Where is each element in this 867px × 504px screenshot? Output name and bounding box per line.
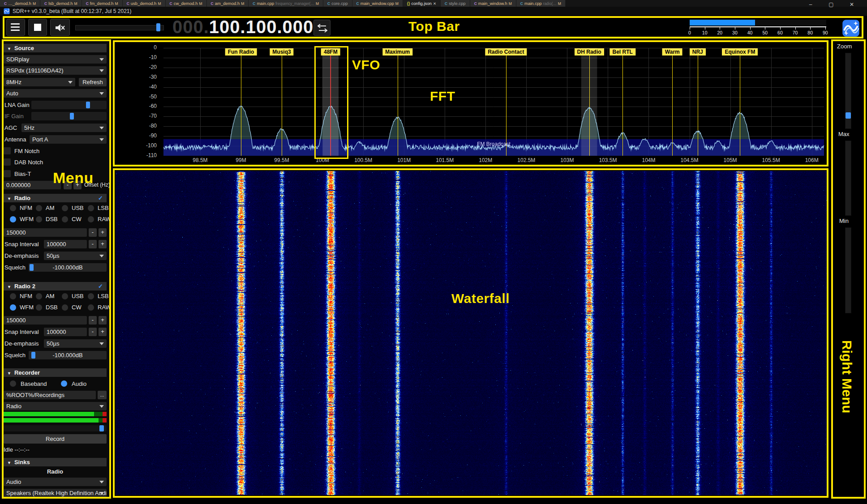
radio-deemphasis-select[interactable]: 50µs [44, 252, 107, 260]
mute-button[interactable] [50, 19, 70, 36]
editor-tab[interactable]: Cmain_window.hM [470, 0, 516, 7]
refresh-button[interactable]: Refresh [79, 78, 107, 86]
snap-plus-button[interactable]: + [99, 328, 107, 336]
sink-device-select[interactable]: Speakers (Realtek High Definition Audio) [4, 489, 107, 497]
volume-slider-handle[interactable] [156, 23, 160, 31]
mode-radio-nfm[interactable] [10, 293, 16, 299]
bandwidth-plus-button[interactable]: + [99, 228, 107, 237]
editor-tab[interactable]: {}config.json✕ [403, 0, 441, 7]
bandwidth-minus-button[interactable]: - [89, 316, 97, 325]
mode-radio-wfm[interactable] [10, 304, 16, 311]
editor-tab[interactable]: Clsb_demod.hM [40, 0, 82, 7]
recorder-stream-select[interactable]: Radio [4, 402, 107, 410]
dab-notch-checkbox[interactable] [4, 158, 11, 166]
editor-tab[interactable]: Ccore.cpp [323, 0, 352, 7]
mode-radio-dsb[interactable] [36, 216, 42, 222]
frequency-display[interactable]: 000.100.100.000 [172, 17, 313, 37]
mode-radio-usb[interactable] [62, 205, 68, 211]
station-label[interactable]: Equinox FM [722, 48, 758, 56]
record-button[interactable]: Record [4, 434, 107, 444]
editor-tab-strip[interactable]: C…_demod.hMClsb_demod.hMCfm_demod.hMCusb… [0, 0, 867, 7]
mode-radio-cw[interactable] [62, 304, 68, 311]
menu-toggle-button[interactable] [6, 19, 25, 36]
minimize-button[interactable]: – [801, 0, 820, 9]
lna-gain-slider[interactable] [31, 101, 107, 109]
mode-radio-lsb[interactable] [88, 205, 94, 211]
snap-minus-button[interactable]: - [89, 328, 97, 336]
radio-squelch-handle[interactable] [30, 264, 34, 271]
bandwidth-plus-button[interactable]: + [99, 316, 107, 325]
agc-select[interactable]: 5Hz [21, 124, 107, 132]
mode-radio-am[interactable] [36, 205, 42, 211]
radio2-deemphasis-select[interactable]: 50µs [44, 339, 107, 348]
mode-radio-nfm[interactable] [10, 205, 16, 211]
mode-radio-cw[interactable] [62, 216, 68, 222]
maximize-button[interactable]: ▢ [821, 0, 841, 9]
source-header[interactable]: ▼Source [4, 44, 107, 52]
mode-radio-raw[interactable] [88, 216, 94, 222]
radio2-snap-input[interactable]: 100000 [44, 328, 87, 336]
samplerate-select[interactable]: 8MHz [4, 78, 75, 86]
editor-tab[interactable]: C…_demod.hM [0, 0, 40, 7]
browse-button[interactable]: ... [98, 391, 107, 399]
radio2-bandwidth-input[interactable]: 150000 [4, 316, 87, 325]
editor-tab[interactable]: Cmain.cppradio(…M [516, 0, 566, 7]
if-gain-slider[interactable] [31, 112, 107, 120]
zoom-slider-handle[interactable] [846, 112, 851, 119]
mode-radio-lsb[interactable] [88, 293, 94, 299]
max-slider[interactable] [845, 141, 851, 216]
station-label[interactable]: Warm [662, 48, 682, 56]
station-label[interactable]: DH Radio [575, 48, 604, 56]
station-label[interactable]: Radio Contact [485, 48, 527, 56]
recorder-volume-handle[interactable] [99, 425, 104, 431]
close-icon[interactable]: ✕ [433, 1, 436, 6]
radio-header[interactable]: ▼Radio✓ [4, 194, 107, 202]
audio-radio[interactable] [61, 380, 67, 387]
mode-radio-wfm[interactable] [10, 216, 16, 222]
sinks-header[interactable]: ▼Sinks [4, 458, 107, 466]
snap-plus-button[interactable]: + [99, 240, 107, 248]
mode-radio-raw[interactable] [88, 304, 94, 311]
editor-tab[interactable]: Ccw_demod.hM [166, 0, 207, 7]
station-label[interactable]: Bel RTL [610, 48, 635, 56]
bandwidth-minus-button[interactable]: - [89, 228, 97, 237]
mode-radio-usb[interactable] [62, 293, 68, 299]
fm-notch-checkbox[interactable] [4, 147, 11, 154]
radio-snap-input[interactable]: 100000 [44, 240, 87, 248]
radio2-squelch-slider[interactable]: -100.000dB [29, 351, 107, 359]
offset-input[interactable]: 0.000000 [4, 181, 61, 189]
antenna-select[interactable]: Port A [30, 135, 107, 144]
source-device-select[interactable]: RSPdx (191106DA42) [4, 66, 107, 75]
snap-minus-button[interactable]: - [89, 240, 97, 248]
sink-type-select[interactable]: Audio [4, 478, 107, 486]
editor-tab[interactable]: Cfm_demod.hM [82, 0, 123, 7]
mode-radio-am[interactable] [36, 293, 42, 299]
vfo-swap-button[interactable] [313, 20, 330, 36]
editor-tab[interactable]: Cmain_window.cppM [352, 0, 403, 7]
radio-squelch-slider[interactable]: -100.000dB [29, 263, 107, 272]
station-label[interactable]: Maximum [382, 48, 412, 56]
waterfall[interactable] [116, 171, 827, 495]
radio2-header[interactable]: ▼Radio 2✓ [4, 282, 107, 290]
editor-tab[interactable]: Cusb_demod.hM [123, 0, 166, 7]
station-label[interactable]: Fun Radio [225, 48, 257, 56]
editor-tab[interactable]: Cmain.cppfrequency_manager(…M [249, 0, 323, 7]
mode-radio-dsb[interactable] [36, 304, 42, 311]
bias-t-checkbox[interactable] [4, 170, 11, 177]
recorder-volume-slider[interactable] [4, 425, 107, 431]
station-label[interactable]: NRJ [690, 48, 706, 56]
recorder-header[interactable]: ▼Recorder [4, 368, 107, 377]
volume-slider[interactable] [75, 25, 164, 30]
stop-button[interactable] [28, 19, 47, 36]
fft-plot[interactable] [163, 48, 824, 156]
radio-enabled-check-icon[interactable]: ✓ [98, 194, 103, 202]
radio2-enabled-check-icon[interactable]: ✓ [98, 282, 103, 290]
baseband-radio[interactable] [10, 380, 16, 387]
editor-tab[interactable]: Cstyle.cpp [441, 0, 470, 7]
min-slider[interactable] [845, 227, 851, 313]
radio2-squelch-handle[interactable] [31, 352, 35, 359]
agc-mode-select[interactable]: Auto [4, 89, 107, 98]
if-gain-handle[interactable] [70, 113, 74, 120]
radio-bandwidth-input[interactable]: 150000 [4, 228, 87, 237]
recordings-path-input[interactable]: %ROOT%/Recordings [4, 391, 96, 399]
